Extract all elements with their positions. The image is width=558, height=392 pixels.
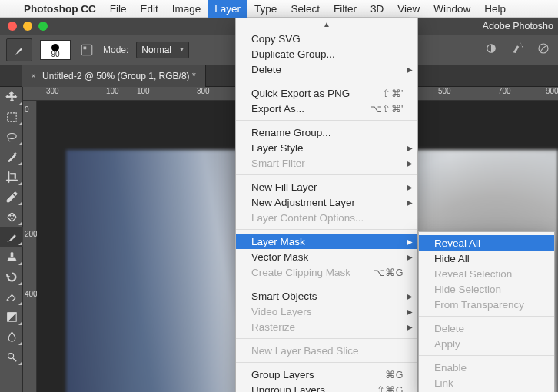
menu-item-ungroup-layers[interactable]: Ungroup Layers⇧⌘G (236, 382, 417, 392)
svg-point-14 (8, 353, 13, 358)
eraser-tool[interactable] (0, 287, 23, 307)
menu-edit[interactable]: Edit (134, 0, 165, 18)
blend-mode-select[interactable]: Normal (136, 42, 189, 58)
menu-item-rasterize: Rasterize▶ (236, 319, 417, 334)
menu-filter[interactable]: Filter (327, 0, 364, 18)
pressure-size-icon[interactable] (536, 42, 550, 58)
svg-rect-7 (7, 112, 15, 121)
submenu-item-enable: Enable (419, 360, 554, 375)
zoom-window-button[interactable] (38, 22, 48, 31)
vertical-ruler: 0 200 400 (23, 101, 37, 392)
menu-item-layer-style[interactable]: Layer Style▶ (236, 140, 417, 155)
brush-tool[interactable] (0, 227, 23, 247)
submenu-arrow-icon: ▶ (407, 238, 413, 246)
close-tab-icon[interactable]: × (31, 71, 36, 81)
menu-item-rename-group[interactable]: Rename Group... (236, 125, 417, 140)
close-window-button[interactable] (8, 22, 17, 31)
menu-item-layer-content-options: Layer Content Options... (236, 210, 417, 225)
move-tool[interactable] (0, 87, 23, 107)
svg-rect-9 (7, 212, 16, 221)
submenu-arrow-icon: ▶ (407, 65, 413, 74)
menu-scroll-up-icon[interactable]: ▲ (236, 22, 417, 31)
svg-point-10 (9, 214, 11, 216)
svg-point-4 (520, 43, 521, 45)
pressure-opacity-icon[interactable] (484, 42, 498, 58)
submenu-item-reveal-all[interactable]: Reveal All (419, 235, 554, 251)
crop-tool[interactable] (0, 167, 23, 187)
menu-item-layer-mask[interactable]: Layer Mask▶ (236, 234, 417, 249)
menu-item-new-adjustment-layer[interactable]: New Adjustment Layer▶ (236, 194, 417, 210)
brush-panel-icon[interactable] (78, 42, 95, 58)
menu-view[interactable]: View (390, 0, 427, 18)
submenu-arrow-icon: ▶ (407, 307, 413, 316)
eyedropper-tool[interactable] (0, 187, 23, 207)
svg-point-12 (11, 217, 12, 218)
clone-stamp-tool[interactable] (0, 247, 23, 267)
submenu-arrow-icon: ▶ (407, 292, 413, 301)
submenu-item-hide-all[interactable]: Hide All (419, 251, 554, 266)
airbrush-icon[interactable] (510, 42, 524, 58)
brush-size-label: 90 (51, 50, 59, 58)
submenu-item-hide-selection: Hide Selection (419, 281, 554, 297)
menu-type[interactable]: Type (247, 0, 284, 18)
menu-item-new-layer-based-slice: New Layer Based Slice (236, 343, 417, 358)
svg-rect-0 (81, 45, 92, 55)
submenu-arrow-icon: ▶ (407, 323, 413, 331)
window-title: Adobe Photosho (483, 21, 558, 32)
submenu-item-delete: Delete (419, 321, 554, 336)
menu-file[interactable]: File (103, 0, 134, 18)
svg-point-11 (12, 214, 14, 216)
menu-3d[interactable]: 3D (364, 0, 390, 18)
menu-layer[interactable]: Layer (208, 0, 247, 18)
app-name[interactable]: Photoshop CC (17, 3, 103, 15)
svg-rect-1 (84, 46, 87, 49)
minimize-window-button[interactable] (23, 22, 32, 31)
menu-item-smart-filter: Smart Filter▶ (236, 155, 417, 171)
marquee-tool[interactable] (0, 107, 23, 127)
menu-item-create-clipping-mask: Create Clipping Mask⌥⌘G (236, 264, 417, 280)
menu-window[interactable]: Window (427, 0, 477, 18)
history-brush-tool[interactable] (0, 267, 23, 287)
menu-item-video-layers: Video Layers▶ (236, 304, 417, 319)
lasso-tool[interactable] (0, 127, 23, 147)
menu-item-vector-mask[interactable]: Vector Mask▶ (236, 249, 417, 264)
blur-tool[interactable] (0, 327, 23, 347)
brush-preset-button[interactable]: 90 (40, 40, 71, 60)
menu-item-new-fill-layer[interactable]: New Fill Layer▶ (236, 179, 417, 194)
menu-item-quick-export-png[interactable]: Quick Export as PNG⇧⌘' (236, 85, 417, 101)
submenu-item-reveal-selection: Reveal Selection (419, 266, 554, 281)
submenu-arrow-icon: ▶ (407, 183, 413, 191)
macos-menubar: Photoshop CC File Edit Image Layer Type … (0, 0, 558, 18)
mode-label: Mode: (103, 45, 128, 55)
submenu-arrow-icon: ▶ (407, 198, 413, 207)
submenu-arrow-icon: ▶ (407, 144, 413, 152)
layer-mask-submenu: Reveal All Hide All Reveal Selection Hid… (418, 231, 555, 392)
submenu-item-link: Link (419, 375, 554, 390)
dodge-tool[interactable] (0, 347, 23, 367)
menu-item-smart-objects[interactable]: Smart Objects▶ (236, 288, 417, 304)
magic-wand-tool[interactable] (0, 147, 23, 167)
layer-menu: ▲ Copy SVG Duplicate Group... Delete▶ Qu… (235, 18, 418, 392)
tools-panel (0, 87, 23, 392)
document-tab[interactable]: × Untitled-2 @ 50% (Group 1, RGB/8) * (22, 65, 206, 87)
svg-point-8 (7, 133, 15, 138)
submenu-arrow-icon: ▶ (407, 253, 413, 261)
svg-point-3 (521, 45, 523, 46)
menu-item-duplicate-group[interactable]: Duplicate Group... (236, 46, 417, 61)
menu-select[interactable]: Select (284, 0, 327, 18)
menu-item-group-layers[interactable]: Group Layers⌘G (236, 367, 417, 382)
menu-help[interactable]: Help (477, 0, 513, 18)
svg-point-6 (539, 44, 548, 53)
document-tab-title: Untitled-2 @ 50% (Group 1, RGB/8) * (42, 71, 196, 81)
menu-image[interactable]: Image (165, 0, 208, 18)
submenu-item-apply: Apply (419, 336, 554, 351)
menu-item-delete[interactable]: Delete▶ (236, 61, 417, 77)
healing-brush-tool[interactable] (0, 207, 23, 227)
submenu-arrow-icon: ▶ (407, 159, 413, 168)
submenu-item-from-transparency: From Transparency (419, 297, 554, 312)
menu-item-copy-svg[interactable]: Copy SVG (236, 31, 417, 46)
svg-point-5 (522, 46, 523, 48)
tool-preset-button[interactable] (6, 38, 32, 61)
menu-item-export-as[interactable]: Export As...⌥⇧⌘' (236, 101, 417, 116)
gradient-tool[interactable] (0, 307, 23, 327)
